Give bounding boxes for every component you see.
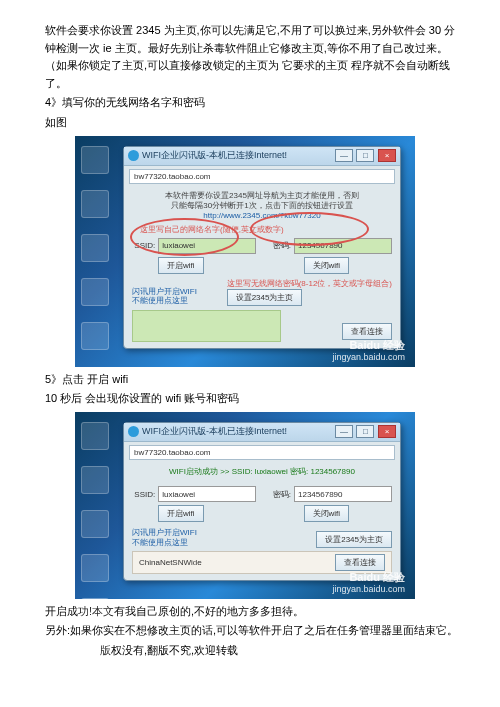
ssid-field[interactable]: luxiaowei [158, 238, 256, 254]
homepage-link[interactable]: http://www.2345.com/?kbw77320 [203, 211, 320, 220]
copyright-note: 版权没有,翻版不究,欢迎转载 [100, 642, 460, 660]
annotation-password: 这里写无线网络密码(8-12位，英文或字母组合) [227, 278, 392, 289]
annotation-ssid: 这里写自己的网络名字(随便,英文或数字) [140, 224, 392, 235]
notice-text: 本软件需要你设置2345网址导航为主页才能使用，否则 只能每隔30分钟断开1次，… [132, 191, 392, 222]
view-connection-button[interactable]: 查看连接 [335, 554, 385, 571]
desktop-icon [81, 234, 109, 262]
titlebar: WIFI企业闪讯版-本机已连接Internet! — □ × [124, 147, 400, 166]
tip-text: 闪讯用户开启WIFI不能使用点这里 [132, 287, 197, 306]
desktop-icon [81, 146, 109, 174]
desktop-icon [81, 554, 109, 582]
close-wifi-button[interactable]: 关闭wifi [304, 257, 350, 274]
tip-text: 闪讯用户开启WIFI不能使用点这里 [132, 528, 197, 547]
password-field[interactable]: 1234567890 [294, 486, 392, 502]
desktop-icon [81, 190, 109, 218]
set-homepage-button[interactable]: 设置2345为主页 [227, 289, 303, 306]
minimize-button[interactable]: — [335, 149, 353, 162]
connection-list [132, 310, 281, 342]
start-wifi-button[interactable]: 开启wifi [158, 505, 204, 522]
titlebar: WIFI企业闪讯版-本机已连接Internet! — □ × [124, 423, 400, 442]
url-bar: bw77320.taobao.com [129, 445, 395, 460]
close-button[interactable]: × [378, 425, 396, 438]
screenshot-1: WIFI企业闪讯版-本机已连接Internet! — □ × bw77320.t… [75, 136, 415, 367]
start-wifi-button[interactable]: 开启wifi [158, 257, 204, 274]
close-button[interactable]: × [378, 149, 396, 162]
step-4: 4》填写你的无线网络名字和密码 [45, 94, 460, 112]
view-connection-button[interactable]: 查看连接 [342, 323, 392, 340]
maximize-button[interactable]: □ [356, 149, 374, 162]
app-window: WIFI企业闪讯版-本机已连接Internet! — □ × bw77320.t… [123, 422, 401, 581]
app-icon [128, 150, 139, 161]
maximize-button[interactable]: □ [356, 425, 374, 438]
password-field[interactable]: 1234567890 [294, 238, 392, 254]
app-icon [128, 426, 139, 437]
screenshot-2: WIFI企业闪讯版-本机已连接Internet! — □ × bw77320.t… [75, 412, 415, 599]
url-bar: bw77320.taobao.com [129, 169, 395, 184]
desktop-icon [81, 642, 109, 670]
desktop-icon [81, 322, 109, 350]
as-shown: 如图 [45, 114, 460, 132]
password-label: 密码: [268, 240, 291, 251]
ssid-field[interactable]: luxiaowei [158, 486, 256, 502]
app-window: WIFI企业闪讯版-本机已连接Internet! — □ × bw77320.t… [123, 146, 401, 349]
ssid-label: SSID: [132, 241, 155, 250]
step-5b: 10 秒后 会出现你设置的 wifi 账号和密码 [45, 390, 460, 408]
desktop-icon [81, 598, 109, 626]
success-text: WIFI启动成功 >> SSID: luxiaowei 密码: 12345678… [132, 467, 392, 477]
desktop-icon [81, 278, 109, 306]
watermark: Baidu 经验 jingyan.baidu.com [332, 571, 405, 595]
close-wifi-button[interactable]: 关闭wifi [304, 505, 350, 522]
desktop-icon [81, 510, 109, 538]
ssid-label: SSID: [132, 490, 155, 499]
desktop-icon [81, 422, 109, 450]
set-homepage-button[interactable]: 设置2345为主页 [316, 531, 392, 548]
desktop-icon [81, 466, 109, 494]
minimize-button[interactable]: — [335, 425, 353, 438]
watermark: Baidu 经验 jingyan.baidu.com [332, 339, 405, 363]
paragraph-1: 软件会要求你设置 2345 为主页,你可以先满足它,不用了可以换过来,另外软件会… [45, 22, 460, 92]
window-title: WIFI企业闪讯版-本机已连接Internet! [142, 425, 287, 438]
step-5: 5》点击 开启 wifi [45, 371, 460, 389]
password-label: 密码: [268, 489, 291, 500]
window-title: WIFI企业闪讯版-本机已连接Internet! [142, 149, 287, 162]
